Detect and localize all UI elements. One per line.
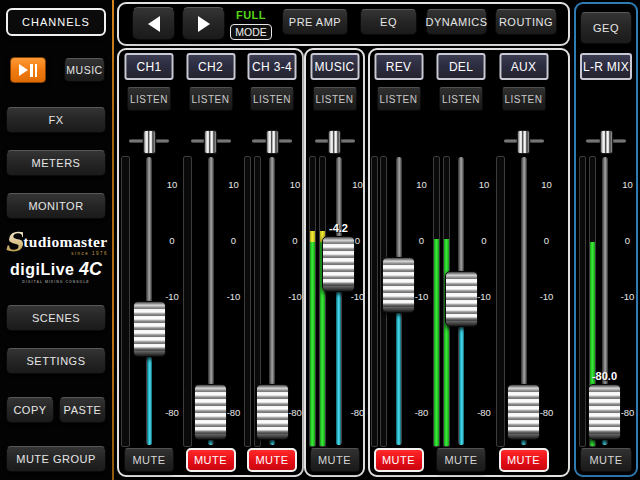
arrow-left-icon [148, 16, 160, 32]
scenes-button[interactable]: SCENES [6, 305, 106, 331]
routing-button[interactable]: ROUTING [495, 9, 557, 35]
master-panel: GEQ L-R MIX -80.0 100-10-80 MUTE [574, 2, 638, 477]
play-icon [19, 64, 28, 76]
channels-button[interactable]: CHANNELS [6, 8, 106, 36]
channel-select-button[interactable]: CH 3-4 [248, 53, 297, 80]
meter-bar [183, 156, 192, 447]
channel-select-button[interactable]: AUX [499, 53, 548, 80]
channel-strip-ch2: CH2 LISTEN 100-10-80 MUTE [180, 50, 242, 475]
fader-scale-label: -80 [535, 407, 559, 418]
channel-strip-ch1: CH1 LISTEN 100-10-80 MUTE [118, 50, 180, 475]
fader-scale-label: -10 [346, 291, 370, 302]
toolbar-panel: FULL MODE PRE AMP EQ DYNAMICS ROUTING [117, 2, 570, 46]
fader-value-label: -80.0 [592, 370, 617, 382]
paste-button[interactable]: PASTE [59, 397, 106, 423]
pan-slider[interactable] [493, 129, 555, 155]
monitor-button[interactable]: MONITOR [6, 193, 106, 219]
meter-green-fill [434, 239, 439, 446]
listen-button[interactable]: LISTEN [376, 87, 421, 111]
channel-strip-ch-3-4: CH 3-4 LISTEN 100-10-80 MUTE [241, 50, 303, 475]
channel-select-button[interactable]: REV [374, 53, 423, 80]
sidebar: CHANNELS MUSIC FX METERS MONITOR Studiom… [0, 0, 115, 480]
channel-select-button[interactable]: L-R MIX [580, 53, 632, 80]
meter-bar [309, 156, 316, 447]
listen-button[interactable]: LISTEN [127, 87, 172, 111]
fader-handle[interactable] [382, 257, 415, 313]
dynamics-button[interactable]: DYNAMICS [426, 9, 487, 35]
mode-indicator: FULL MODE [228, 8, 274, 44]
mute-button[interactable]: MUTE [580, 448, 632, 472]
pan-slider[interactable] [118, 129, 180, 155]
fader-track-active [336, 290, 341, 445]
mute-button[interactable]: MUTE [310, 448, 360, 472]
brand-name: tudiomaster [23, 233, 107, 250]
meter-yellow-fill [310, 231, 315, 243]
channel-select-button[interactable]: CH2 [186, 53, 235, 80]
fader-track-active [147, 355, 152, 445]
music-button[interactable]: MUSIC [64, 58, 105, 82]
listen-button[interactable]: LISTEN [188, 87, 233, 111]
channel-select-button[interactable]: CH1 [125, 53, 174, 80]
play-pause-button[interactable] [10, 57, 46, 83]
mute-button[interactable]: MUTE [247, 448, 297, 472]
meter-bar [319, 156, 326, 447]
pan-slider[interactable] [306, 129, 363, 155]
mixer-app: CHANNELS MUSIC FX METERS MONITOR Studiom… [0, 0, 640, 480]
settings-button[interactable]: SETTINGS [6, 348, 106, 374]
fx-aux-panel: REV LISTEN 100-10-80 MUTE DEL LISTEN 100… [368, 48, 570, 477]
pan-slider[interactable] [241, 129, 303, 155]
full-mode-label: FULL [228, 9, 274, 21]
meters-button[interactable]: METERS [6, 150, 106, 176]
channel-select-button[interactable]: MUSIC [310, 53, 359, 80]
listen-button[interactable]: LISTEN [439, 87, 484, 111]
mute-button[interactable]: MUTE [374, 448, 424, 472]
fader-scale-label: 0 [535, 235, 559, 246]
brand-logo: Studiomaster since 1976 digiLive 4C DIGI… [0, 232, 112, 284]
meter-bar [121, 156, 130, 447]
mute-button[interactable]: MUTE [186, 448, 236, 472]
fx-button[interactable]: FX [6, 107, 106, 133]
listen-button[interactable]: LISTEN [501, 87, 546, 111]
mute-button[interactable]: MUTE [436, 448, 486, 472]
listen-button[interactable]: LISTEN [312, 87, 357, 111]
fader-scale-label: 0 [346, 235, 370, 246]
meter-bar [371, 156, 378, 447]
pause-bar-icon [35, 64, 38, 77]
brand-product-sub: DIGITAL MIXING CONSOLE [0, 280, 112, 284]
pan-slider[interactable] [180, 129, 242, 155]
eq-button[interactable]: EQ [360, 9, 417, 35]
fader-scale-label: 10 [616, 179, 640, 190]
pan-handle[interactable] [143, 130, 156, 154]
channel-strip-rev: REV LISTEN 100-10-80 MUTE [368, 50, 430, 475]
fader-scale-label: 0 [616, 235, 640, 246]
pan-slider[interactable] [576, 129, 636, 155]
next-button[interactable] [182, 7, 225, 40]
fader-scale-label: -10 [616, 291, 640, 302]
fader-scale-label: -10 [535, 291, 559, 302]
listen-button[interactable]: LISTEN [250, 87, 295, 111]
digilive-logo: digiLive 4C DIGITAL MIXING CONSOLE [0, 259, 112, 284]
fader-track-active [396, 311, 401, 445]
studiomaster-logo: Studiomaster since 1976 [0, 232, 112, 256]
input-channels-panel: CH1 LISTEN 100-10-80 MUTE CH2 LISTEN [117, 48, 304, 477]
channel-strip-del: DEL LISTEN 100-10-80 MUTE [430, 50, 492, 475]
meter-green-fill [310, 242, 315, 446]
pan-handle[interactable] [600, 130, 613, 154]
meter-bar [244, 156, 251, 447]
fader-handle[interactable] [133, 301, 166, 357]
pan-handle[interactable] [204, 130, 217, 154]
pan-handle[interactable] [328, 130, 341, 154]
channel-strip-l-r-mix: L-R MIX -80.0 100-10-80 MUTE [576, 50, 636, 475]
channel-select-button[interactable]: DEL [437, 53, 486, 80]
mute-button[interactable]: MUTE [499, 448, 549, 472]
copy-button[interactable]: COPY [6, 397, 54, 423]
pan-handle[interactable] [517, 130, 530, 154]
geq-button[interactable]: GEQ [580, 12, 632, 44]
prev-button[interactable] [132, 7, 175, 40]
pan-handle[interactable] [266, 130, 279, 154]
mute-group-button[interactable]: MUTE GROUP [6, 446, 106, 472]
preamp-button[interactable]: PRE AMP [282, 9, 348, 35]
mute-button[interactable]: MUTE [124, 448, 174, 472]
mode-button[interactable]: MODE [230, 24, 272, 40]
meter-bar [579, 156, 586, 447]
